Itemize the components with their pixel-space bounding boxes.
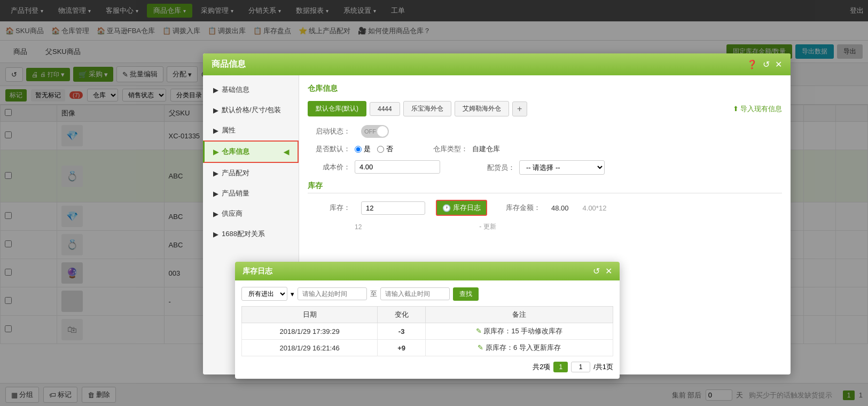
warehouse-tabs: 默认仓库(默认) 4444 乐宝海外仓 艾姆勒海外仓 + ⬆ 导入现有信息 [308, 101, 782, 116]
log-table-header: 日期 变化 备注 [242, 307, 613, 323]
warehouse-amount-value: 48.00 [551, 204, 569, 212]
import-existing-info-link[interactable]: ⬆ 导入现有信息 [733, 105, 782, 113]
sidebar-item-warehouse[interactable]: ▶ 仓库信息 ◀ [203, 140, 299, 163]
col-date: 日期 [242, 307, 378, 323]
distributor-col: 配货员： -- 请选择 -- [472, 160, 605, 175]
is-default-yes-label[interactable]: 是 [355, 144, 371, 154]
submodal-close-icon[interactable]: ✕ [605, 266, 612, 276]
modal-header: 商品信息 ❓ ↺ ✕ [203, 53, 791, 75]
start-status-toggle[interactable]: OFF [361, 125, 389, 138]
stock-log-button[interactable]: 🕐 库存日志 [436, 200, 487, 216]
log-date-cell: 2018/1/29 17:39:29 [242, 323, 378, 340]
total-items: 共2项 [533, 362, 550, 372]
log-type-select[interactable]: 所有进出 [241, 287, 287, 301]
stock-label: 库存： [308, 203, 350, 213]
modal-refresh-icon[interactable]: ↺ [763, 59, 770, 69]
warehouse-type-label: 仓库类型： [425, 144, 468, 154]
warehouse-type-value: 自建仓库 [472, 144, 500, 154]
log-table-row: 2018/1/29 17:39:29 -3 ✎ 原库存：15 手动修改库存 [242, 323, 613, 340]
page-btn-current[interactable]: 1 [553, 362, 568, 372]
sidebar-item-product-match[interactable]: ▶ 产品配对 [203, 163, 299, 183]
modal-help-icon[interactable]: ❓ [747, 59, 757, 69]
edit-icon: ✎ [476, 327, 482, 335]
is-default-label: 是否默认： [308, 144, 350, 154]
sidebar-item-price-arrow: ▶ [213, 106, 218, 114]
sidebar-item-1688[interactable]: ▶ 1688配对关系 [203, 224, 299, 244]
log-search-button[interactable]: 查找 [453, 287, 479, 301]
stock-section-divider: 库存 [308, 181, 782, 193]
is-default-col: 是否默认： 是 否 [308, 144, 393, 154]
col-note: 备注 [426, 307, 613, 323]
sidebar-item-sales-arrow: ▶ [213, 190, 218, 198]
stock-input[interactable] [361, 201, 425, 215]
start-status-label: 启动状态： [308, 127, 350, 136]
submodal-title: 库存日志 [243, 267, 272, 276]
log-filter-controls: 所有进出 ▾ 至 查找 [241, 287, 613, 301]
clock-icon: 🕐 [442, 204, 451, 212]
stock-log-modal: 库存日志 ↺ ✕ 所有进出 ▾ 至 查找 日期 变化 备注 [235, 262, 620, 379]
sidebar-item-warehouse-arrow: ▶ [213, 148, 218, 156]
log-pagination: 共2项 1 /共1页 [241, 362, 613, 372]
additional-stock-info: 12 [355, 223, 362, 231]
toggle-off-text: OFF [364, 128, 376, 135]
submodal-header-icons: ↺ ✕ [593, 266, 612, 276]
distributor-select[interactable]: -- 请选择 -- [519, 160, 605, 175]
sidebar-item-match-arrow: ▶ [213, 169, 218, 177]
warehouse-type-col: 仓库类型： 自建仓库 [425, 144, 500, 154]
wh-tab-add-btn[interactable]: + [512, 102, 527, 116]
submodal-refresh-icon[interactable]: ↺ [593, 266, 600, 276]
warehouse-section-title: 仓库信息 [308, 84, 782, 93]
log-table: 日期 变化 备注 2018/1/29 17:39:29 -3 ✎ 原库存：15 … [241, 306, 613, 356]
stock-row: 库存： 🕐 库存日志 库存金额： 48.00 4.00*12 [308, 200, 782, 216]
wh-tab-4444[interactable]: 4444 [370, 102, 400, 116]
start-status-row: 启动状态： OFF [308, 125, 782, 138]
is-default-yes-radio[interactable] [355, 146, 362, 153]
is-default-no-radio[interactable] [377, 146, 384, 153]
sidebar-item-active-indicator: ◀ [284, 148, 289, 156]
sidebar-item-supplier[interactable]: ▶ 供应商 [203, 204, 299, 224]
import-link-container: ⬆ 导入现有信息 [733, 104, 782, 114]
sidebar-item-basic-arrow: ▶ [213, 86, 218, 94]
distributor-label: 配货员： [472, 163, 515, 173]
is-default-radio-group: 是 否 [355, 144, 393, 154]
page-input[interactable] [571, 362, 590, 372]
warehouse-amount-label: 库存金额： [498, 203, 541, 213]
modal-close-icon[interactable]: ✕ [775, 59, 782, 69]
log-note-cell: ✎ 原库存：15 手动修改库存 [426, 323, 613, 340]
sidebar-item-sales[interactable]: ▶ 产品销量 [203, 183, 299, 204]
wh-tab-aimuler[interactable]: 艾姆勒海外仓 [455, 101, 509, 116]
is-default-no-label[interactable]: 否 [377, 144, 393, 154]
warehouse-amount-calc: 4.00*12 [583, 204, 607, 212]
modal-title: 商品信息 [212, 59, 246, 70]
log-end-time-input[interactable] [380, 287, 450, 300]
sidebar-item-attributes-arrow: ▶ [213, 127, 218, 135]
edit-icon: ✎ [478, 343, 483, 352]
default-warehouse-type-row: 是否默认： 是 否 仓库类型： 自建仓库 [308, 144, 782, 154]
modal-header-icons: ❓ ↺ ✕ [747, 59, 782, 69]
sidebar-item-supplier-arrow: ▶ [213, 210, 218, 218]
sidebar-item-basic[interactable]: ▶ 基础信息 [203, 80, 299, 100]
sidebar-item-1688-arrow: ▶ [213, 230, 218, 238]
log-time-sep: 至 [370, 289, 377, 299]
sidebar-item-attributes[interactable]: ▶ 属性 [203, 120, 299, 140]
additional-stock-update: - 更新 [479, 222, 496, 231]
additional-stock-row: 12 - 更新 [308, 222, 782, 231]
dropdown-arrow-icon: ▾ [291, 290, 294, 298]
total-pages: /共1页 [593, 362, 613, 372]
submodal-body: 所有进出 ▾ 至 查找 日期 变化 备注 2018/1/29 17:39:29 … [235, 280, 620, 379]
import-icon: ⬆ [733, 105, 739, 113]
log-table-row: 2018/1/29 16:21:46 +9 ✎ 原库存：6 导入更新库存 [242, 340, 613, 356]
cost-price-input[interactable] [355, 160, 440, 174]
col-change: 变化 [378, 307, 426, 323]
cost-price-distributor-row: 成本价： 配货员： -- 请选择 -- [308, 160, 782, 175]
submodal-header: 库存日志 ↺ ✕ [235, 262, 620, 280]
log-start-time-input[interactable] [298, 287, 367, 300]
log-change-cell: -3 [378, 323, 426, 340]
wh-tab-default[interactable]: 默认仓库(默认) [308, 101, 366, 116]
cost-price-label: 成本价： [308, 162, 350, 172]
log-note-cell: ✎ 原库存：6 导入更新库存 [426, 340, 613, 356]
log-date-cell: 2018/1/29 16:21:46 [242, 340, 378, 356]
cost-price-col: 成本价： [308, 160, 440, 174]
wh-tab-lebao[interactable]: 乐宝海外仓 [403, 101, 451, 116]
sidebar-item-price[interactable]: ▶ 默认价格/尺寸/包装 [203, 100, 299, 120]
